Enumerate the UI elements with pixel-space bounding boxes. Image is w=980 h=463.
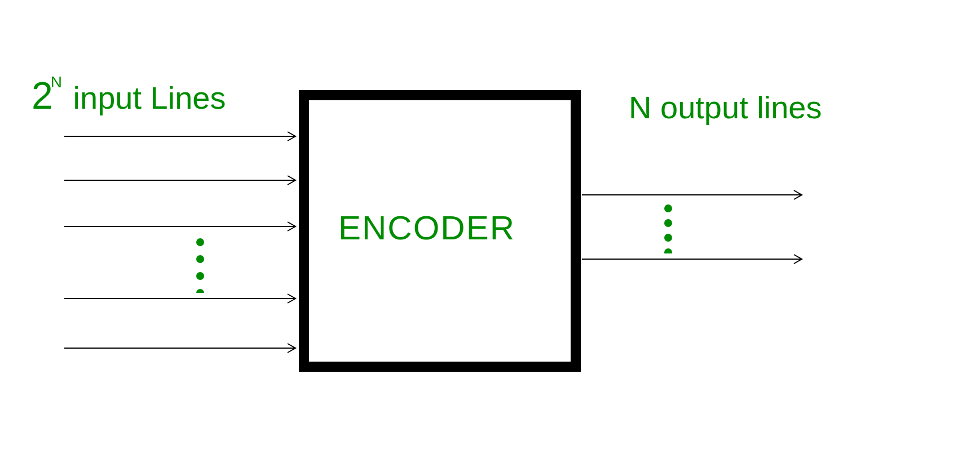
input-arrow-1 xyxy=(64,131,301,142)
output-arrow-2 xyxy=(582,253,807,265)
input-base-number: 2 xyxy=(32,74,53,117)
input-exponent: N xyxy=(51,73,62,91)
svg-point-14 xyxy=(664,248,672,253)
input-arrow-3 xyxy=(64,221,301,232)
output-ellipsis-dots xyxy=(663,203,674,253)
input-ellipsis-dots xyxy=(195,237,206,293)
svg-point-5 xyxy=(196,238,204,246)
input-lines-label: 2N input Lines xyxy=(32,73,226,117)
output-arrow-1 xyxy=(582,189,807,201)
input-lines-text: input Lines xyxy=(64,80,226,115)
encoder-box-label: ENCODER xyxy=(338,208,515,247)
svg-point-8 xyxy=(196,289,204,293)
svg-point-7 xyxy=(196,272,204,280)
input-arrow-4 xyxy=(64,293,301,304)
input-arrow-2 xyxy=(64,175,301,186)
output-lines-label: N output lines xyxy=(629,89,822,126)
input-arrow-5 xyxy=(64,342,301,354)
output-lines-text: N output lines xyxy=(629,90,822,125)
svg-point-13 xyxy=(664,234,672,242)
svg-point-12 xyxy=(664,219,672,227)
svg-point-11 xyxy=(664,204,672,212)
svg-point-6 xyxy=(196,255,204,263)
